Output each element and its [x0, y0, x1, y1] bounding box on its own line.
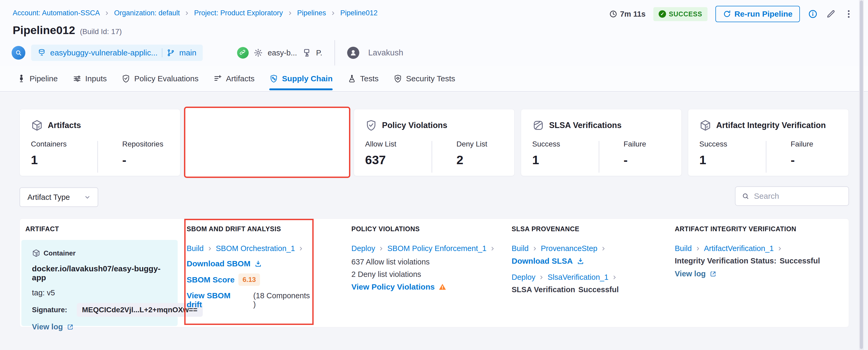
breadcrumb: Account: Automation-SSCA Organization: d…: [13, 9, 377, 17]
signature-value[interactable]: MEQCICde2Vjl...L+2+mqnOXw==: [77, 303, 203, 317]
tab-policy-evaluations[interactable]: Policy Evaluations: [121, 66, 198, 91]
gear-icon: [253, 48, 263, 58]
repo-name[interactable]: easybuggy-vulnerable-applic...: [50, 48, 158, 57]
download-icon: [577, 257, 585, 265]
artifacts-table: ARTIFACT SBOM AND DRIFT ANALYSIS POLICY …: [20, 219, 849, 327]
column-header-integrity: ARTIFACT INTEGRITY VERIFICATION: [675, 225, 796, 233]
tab-pipeline[interactable]: Pipeline: [17, 66, 58, 91]
artifact-type-label: Container: [43, 249, 75, 257]
card-title: Detected SBOM Drifts: [215, 121, 300, 130]
view-sbom-drift-link[interactable]: View SBOM drift (18 Components ): [187, 291, 313, 309]
chevron-right-icon: [600, 246, 607, 252]
card-slsa-verifications: SLSA Verifications Success1 Failure-: [521, 109, 682, 176]
download-slsa-link[interactable]: Download SLSA: [512, 257, 659, 265]
slsa-stage2-link[interactable]: Deploy: [512, 273, 535, 282]
sbom-score-link[interactable]: SBOM Score 6.13: [187, 274, 313, 286]
clock-icon: [609, 10, 618, 18]
search-box: [735, 186, 849, 206]
rerun-pipeline-button[interactable]: Re-run Pipeline: [715, 6, 800, 22]
slsa-icon: [532, 119, 544, 131]
tab-label: Pipeline: [30, 74, 58, 83]
view-policy-violations-link[interactable]: View Policy Violations: [351, 282, 499, 291]
vertical-scrollbar[interactable]: [859, 0, 864, 350]
breadcrumb-project[interactable]: Project: Product Exploratory: [194, 9, 283, 17]
stat-label: Repositories: [122, 140, 163, 148]
external-link-icon: [709, 270, 717, 278]
artifact-type-label: Artifact Type: [27, 193, 70, 202]
stat-value: 18: [198, 153, 265, 167]
stat-value: 1: [31, 153, 97, 167]
integrity-stage-link[interactable]: Build: [675, 244, 692, 253]
download-sbom-link[interactable]: Download SBOM: [187, 259, 313, 268]
person-icon: [349, 49, 357, 57]
branch-name[interactable]: main: [179, 48, 196, 57]
tab-artifacts[interactable]: Artifacts: [213, 66, 254, 91]
supply-chain-page: Account: Automation-SSCA Organization: d…: [0, 0, 868, 350]
page-header: Account: Automation-SSCA Organization: d…: [0, 0, 868, 66]
stat-label: Failure: [790, 140, 813, 148]
slsa-step1-link[interactable]: ProvenanceStep: [541, 244, 597, 253]
tab-supply-chain[interactable]: Supply Chain: [269, 66, 333, 91]
info-icon[interactable]: [808, 9, 818, 19]
chevron-right-icon: [538, 275, 544, 280]
deny-list-violations: 2 Deny list violations: [351, 270, 499, 279]
shield-check-icon: [365, 119, 377, 131]
artifact-view-log-link[interactable]: View log: [32, 323, 167, 331]
cube-icon: [31, 119, 43, 131]
sbom-step-link[interactable]: SBOM Orchestration_1: [216, 244, 295, 253]
slsa-step2-link[interactable]: SlsaVerification_1: [548, 273, 609, 282]
scrollbar-thumb[interactable]: [860, 1, 863, 349]
view-log-label: View log: [32, 323, 63, 331]
slsa-stage1-link[interactable]: Build: [512, 244, 529, 253]
build-id-label: (Build Id: 17): [80, 27, 122, 36]
content-area: Artifacts Containers1 Repositories- Dete…: [0, 92, 868, 350]
stat-value: -: [289, 153, 319, 167]
card-policy-violations: Policy Violations Allow List637 Deny Lis…: [354, 109, 515, 176]
breadcrumb-pipelines[interactable]: Pipelines: [297, 9, 326, 17]
stat-label: Allow List: [365, 140, 432, 148]
breadcrumb-organization[interactable]: Organization: default: [114, 9, 180, 17]
search-input[interactable]: [754, 192, 842, 201]
stat-label: Components: [198, 140, 265, 148]
sbom-stage-link[interactable]: Build: [187, 244, 204, 253]
tab-security-tests[interactable]: Security Tests: [393, 66, 455, 91]
cube-icon: [699, 119, 711, 131]
stat-value: 637: [365, 153, 432, 167]
chevron-down-icon: [84, 193, 91, 201]
trigger-name[interactable]: easy-b...: [268, 49, 297, 57]
integrity-view-log-link[interactable]: View log: [675, 269, 838, 278]
magnifier-icon: [14, 49, 23, 57]
integrity-step-link[interactable]: ArtifactVerification_1: [704, 244, 774, 253]
pipeline-icon: [17, 74, 26, 83]
breadcrumb-account[interactable]: Account: Automation-SSCA: [13, 9, 100, 17]
tab-tests[interactable]: Tests: [347, 66, 378, 91]
policy-stage-link[interactable]: Deploy: [351, 244, 375, 253]
stat-label: Deny List: [457, 140, 487, 148]
link-icon: [240, 50, 246, 56]
sbom-document-icon: [198, 119, 210, 131]
artifact-image-name: docker.io/lavakush07/easy-buggy-app: [32, 264, 167, 282]
card-detected-sbom-drifts: Detected SBOM Drifts Components18 Licens…: [187, 109, 347, 176]
stat-value: -: [790, 153, 813, 167]
sbom-drift-count: (18 Components ): [253, 291, 313, 309]
repo-branch-pill[interactable]: easybuggy-vulnerable-applic... main: [31, 44, 203, 61]
stat-divider: [265, 141, 265, 172]
artifact-tag: tag: v5: [32, 288, 167, 297]
chevron-right-icon: [184, 10, 190, 16]
stat-label: Success: [699, 140, 766, 148]
artifact-integrity-cell: Build ArtifactVerification_1 Integrity V…: [675, 244, 838, 278]
edit-pencil-icon[interactable]: [826, 9, 836, 19]
chevron-right-icon: [378, 246, 384, 252]
stat-divider: [97, 141, 98, 172]
tab-label: Artifacts: [226, 74, 254, 83]
tab-inputs[interactable]: Inputs: [72, 66, 107, 91]
policy-step-link[interactable]: SBOM Policy Enforcement_1: [387, 244, 487, 253]
breadcrumb-pipeline012[interactable]: Pipeline012: [340, 9, 377, 17]
artifact-type-dropdown[interactable]: Artifact Type: [20, 187, 98, 207]
kebab-menu-icon[interactable]: [844, 9, 854, 19]
tab-label: Inputs: [85, 74, 107, 83]
stat-value: -: [624, 153, 646, 167]
signature-label: Signature:: [32, 306, 67, 314]
flask-icon: [347, 74, 356, 83]
slsa-verification-status: Successful: [579, 285, 619, 294]
